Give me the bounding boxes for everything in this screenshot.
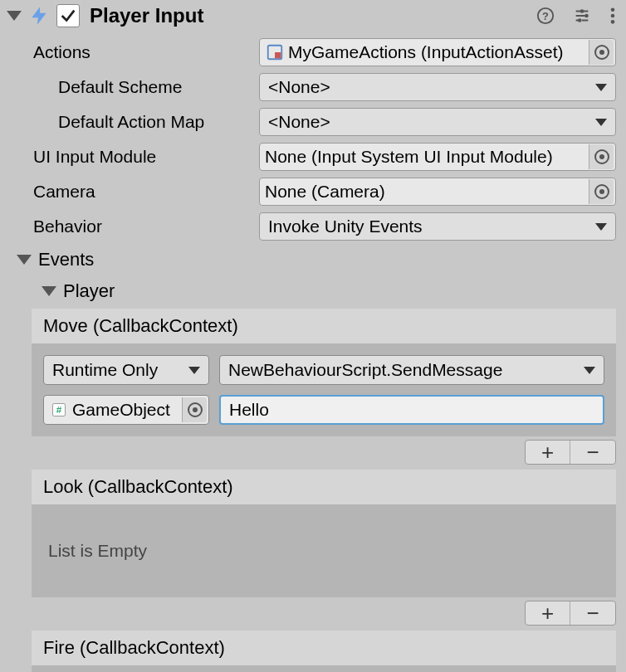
svg-text:#: # — [56, 404, 62, 415]
look-list-buttons: + − — [525, 601, 616, 626]
camera-field[interactable]: None (Camera) — [259, 178, 616, 206]
move-remove-button[interactable]: − — [570, 441, 615, 464]
move-argument-input[interactable] — [219, 395, 604, 425]
behavior-value: Invoke Unity Events — [268, 217, 595, 236]
more-icon[interactable] — [609, 7, 616, 25]
move-list-buttons: + − — [525, 440, 616, 465]
move-target-picker-icon[interactable] — [182, 397, 207, 422]
player-input-icon — [27, 3, 51, 28]
move-method-value: NewBehaviourScript.SendMessage — [228, 360, 577, 380]
script-icon: # — [49, 400, 69, 420]
player-foldout[interactable]: Player — [0, 275, 626, 307]
fire-event-header: Fire (CallbackContext) — [32, 631, 616, 665]
chevron-down-icon — [595, 223, 607, 231]
svg-point-3 — [584, 14, 589, 18]
enabled-checkbox[interactable] — [56, 4, 80, 27]
help-icon[interactable]: ? — [536, 7, 555, 25]
ui-input-module-value: None (Input System UI Input Module) — [265, 147, 585, 167]
default-scheme-dropdown[interactable]: <None> — [259, 73, 616, 101]
camera-value: None (Camera) — [265, 182, 585, 202]
default-action-map-value: <None> — [268, 112, 595, 132]
chevron-down-icon — [188, 367, 200, 374]
actions-field[interactable]: MyGameActions (InputActionAsset) — [259, 38, 616, 66]
svg-point-7 — [611, 20, 615, 24]
behavior-label: Behavior — [33, 217, 259, 236]
events-foldout[interactable]: Events — [0, 244, 626, 275]
actions-label: Actions — [33, 42, 259, 62]
move-callstate-dropdown[interactable]: Runtime Only — [43, 355, 209, 385]
component-foldout[interactable] — [7, 11, 22, 21]
camera-picker-icon[interactable] — [589, 179, 614, 204]
move-callstate-value: Runtime Only — [52, 360, 182, 380]
look-empty-text: List is Empty — [43, 516, 604, 586]
svg-point-5 — [611, 7, 615, 12]
ui-input-module-field[interactable]: None (Input System UI Input Module) — [259, 143, 616, 171]
behavior-dropdown[interactable]: Invoke Unity Events — [259, 212, 616, 241]
svg-point-4 — [578, 18, 582, 22]
move-method-dropdown[interactable]: NewBehaviourScript.SendMessage — [219, 355, 604, 385]
default-action-map-label: Default Action Map — [58, 112, 259, 132]
default-scheme-value: <None> — [268, 77, 595, 97]
input-asset-icon — [265, 42, 285, 62]
camera-label: Camera — [33, 182, 259, 202]
default-scheme-label: Default Scheme — [58, 77, 259, 97]
chevron-down-icon — [595, 119, 607, 126]
preset-icon[interactable] — [573, 7, 591, 25]
actions-value: MyGameActions (InputActionAsset) — [288, 42, 585, 62]
move-event-header: Move (CallbackContext) — [32, 309, 616, 343]
ui-input-module-picker-icon[interactable] — [589, 144, 614, 169]
svg-text:?: ? — [542, 10, 549, 22]
player-label: Player — [63, 280, 115, 302]
look-add-button[interactable]: + — [526, 601, 570, 625]
svg-rect-9 — [275, 52, 281, 58]
events-label: Events — [38, 249, 94, 270]
look-event-header: Look (CallbackContext) — [32, 470, 616, 504]
svg-point-6 — [611, 14, 615, 18]
foldout-icon — [42, 286, 56, 296]
move-target-value: GameObject — [72, 400, 179, 420]
chevron-down-icon — [595, 84, 607, 91]
foldout-icon — [17, 255, 32, 265]
chevron-down-icon — [584, 367, 595, 374]
ui-input-module-label: UI Input Module — [33, 147, 259, 167]
svg-point-2 — [580, 9, 584, 13]
component-title: Player Input — [90, 4, 531, 27]
actions-picker-icon[interactable] — [589, 40, 614, 65]
default-action-map-dropdown[interactable]: <None> — [259, 108, 616, 136]
move-add-button[interactable]: + — [526, 441, 570, 464]
look-remove-button[interactable]: − — [570, 601, 615, 625]
move-target-field[interactable]: # GameObject — [43, 395, 209, 425]
